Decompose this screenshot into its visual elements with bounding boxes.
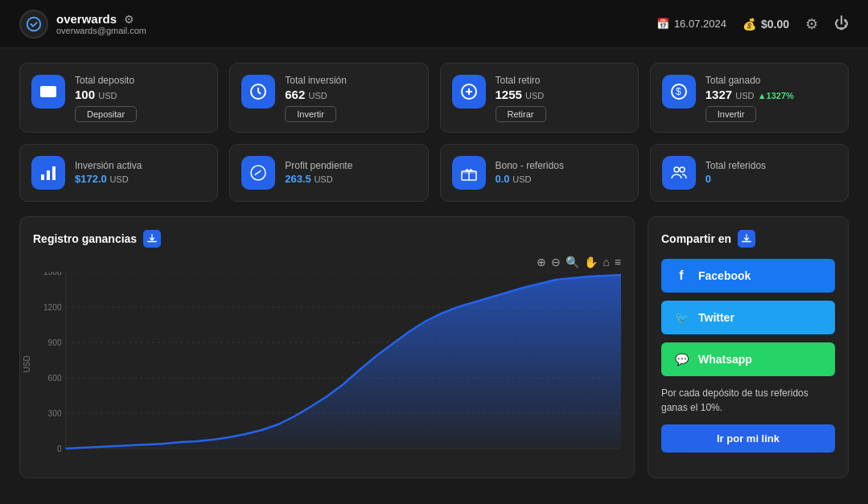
header-date: 📅 16.07.2024 (656, 18, 726, 30)
pan-icon[interactable]: ✋ (584, 256, 598, 268)
header-left: overwards ⚙ overwards@gmail.com (19, 10, 146, 39)
stat-card-inversion: Total inversión 662 USD Invertir (229, 63, 428, 133)
whatsapp-share-button[interactable]: 💬 Whatsapp (661, 342, 835, 376)
zoom-out-icon[interactable]: ⊖ (551, 256, 561, 268)
chart-icon (31, 156, 65, 190)
stat-value-inversion-activa: $172.0 USD (75, 173, 142, 185)
svg-text:600: 600 (48, 374, 62, 383)
svg-text:1500: 1500 (43, 272, 62, 277)
svg-point-12 (674, 167, 679, 172)
menu-icon[interactable]: ≡ (615, 256, 621, 268)
svg-rect-6 (41, 174, 44, 180)
stat-label-inversion: Total inversión (285, 75, 416, 86)
header-username: overwards (56, 12, 117, 26)
svg-text:0: 0 (57, 445, 62, 453)
chart-download-icon[interactable] (143, 230, 161, 248)
settings-button[interactable]: ⚙ (805, 15, 818, 33)
main-content: Total deposito 100 USD Depositar Total i… (0, 48, 868, 493)
stat-body-deposito: Total deposito 100 USD Depositar (75, 75, 206, 122)
chart-toolbar: ⊕ ⊖ 🔍 ✋ ⌂ ≡ (33, 256, 621, 268)
header-email: overwards@gmail.com (56, 26, 146, 35)
twitter-icon: 🐦 (673, 309, 690, 326)
share-card: Compartir en f Facebook 🐦 Twitter 💬 What… (648, 216, 849, 478)
stat-value-bono: 0.0 USD (496, 173, 564, 185)
header: overwards ⚙ overwards@gmail.com 📅 16.07.… (0, 0, 868, 48)
invest-icon (241, 75, 275, 109)
stat-label-inversion-activa: Inversión activa (75, 160, 142, 171)
balance-icon: 💰 (743, 18, 756, 31)
header-user-info: overwards ⚙ overwards@gmail.com (56, 12, 146, 35)
stat-value-referidos: 0 (706, 173, 766, 185)
chart-card: Registro ganancias ⊕ ⊖ 🔍 ✋ ⌂ ≡ USD (19, 216, 635, 478)
chart-title: Registro ganancias (33, 232, 137, 245)
zoom-reset-icon[interactable]: 🔍 (566, 256, 579, 268)
y-axis-label: USD (23, 355, 31, 372)
facebook-icon: f (673, 267, 690, 285)
gift-icon (452, 156, 486, 190)
logo-icon (19, 10, 48, 39)
retirar-button[interactable]: Retirar (496, 106, 546, 122)
stat-card-inversion-activa: Inversión activa $172.0 USD (19, 144, 218, 202)
facebook-share-button[interactable]: f Facebook (661, 259, 835, 293)
svg-text:$: $ (676, 86, 681, 97)
twitter-share-button[interactable]: 🐦 Twitter (661, 301, 835, 334)
stat-body-ganado: Total ganado 1327 USD ▲1327% Invertir (706, 75, 837, 122)
dollar-icon: $ (662, 75, 696, 109)
stat-value-inversion: 662 USD (285, 88, 416, 101)
svg-text:300: 300 (48, 409, 62, 418)
bottom-section: Registro ganancias ⊕ ⊖ 🔍 ✋ ⌂ ≡ USD (19, 216, 849, 478)
stats-row-2: Inversión activa $172.0 USD Profit pendi… (19, 144, 849, 202)
depositar-button[interactable]: Depositar (75, 106, 137, 122)
chart-area: USD 1500 1200 900 600 300 0 (33, 272, 621, 465)
stats-row-1: Total deposito 100 USD Depositar Total i… (19, 63, 849, 133)
share-download-icon[interactable] (738, 230, 755, 248)
calendar-icon: 📅 (656, 18, 669, 30)
share-description: Por cada depósito de tus referidos ganas… (661, 386, 835, 415)
stat-card-referidos: Total referidos 0 (650, 144, 849, 202)
home-icon[interactable]: ⌂ (603, 256, 609, 268)
svg-rect-7 (47, 170, 50, 180)
stat-body-bono: Bono - referidos 0.0 USD (496, 160, 564, 186)
users-icon (662, 156, 696, 190)
stat-body-retiro: Total retiro 1255 USD Retirar (496, 75, 627, 122)
stat-body-referidos: Total referidos 0 (706, 160, 766, 186)
withdraw-icon (452, 75, 486, 109)
svg-point-13 (680, 167, 685, 172)
stat-label-retiro: Total retiro (496, 75, 627, 86)
stat-value-retiro: 1255 USD (496, 88, 627, 101)
header-right: 📅 16.07.2024 💰 $0.00 ⚙ ⏻ (656, 15, 849, 33)
stat-value-deposito: 100 USD (75, 88, 206, 101)
stat-label-bono: Bono - referidos (496, 160, 564, 171)
stat-badge-ganado: ▲1327% (758, 91, 794, 100)
svg-text:1200: 1200 (43, 303, 62, 312)
stat-body-profit: Profit pendiente 263.5 USD (285, 160, 352, 186)
invertir-button-1[interactable]: Invertir (285, 106, 336, 122)
whatsapp-icon: 💬 (673, 350, 690, 368)
stat-card-retiro: Total retiro 1255 USD Retirar (440, 63, 639, 133)
stat-label-profit: Profit pendiente (285, 160, 352, 171)
stat-card-bono: Bono - referidos 0.0 USD (440, 144, 639, 202)
svg-text:900: 900 (48, 338, 62, 347)
deposit-icon (31, 75, 65, 109)
stat-body-inversion: Total inversión 662 USD Invertir (285, 75, 416, 122)
profit-icon (241, 156, 275, 190)
svg-point-0 (27, 17, 41, 31)
svg-rect-8 (52, 166, 56, 180)
invertir-button-2[interactable]: Invertir (706, 106, 757, 122)
zoom-in-icon[interactable]: ⊕ (537, 256, 546, 268)
stat-body-inversion-activa: Inversión activa $172.0 USD (75, 160, 142, 186)
logout-button[interactable]: ⏻ (834, 15, 849, 32)
share-link-button[interactable]: Ir por mi link (661, 424, 835, 453)
stat-value-profit: 263.5 USD (285, 173, 352, 185)
stat-label-referidos: Total referidos (706, 160, 766, 171)
svg-rect-1 (40, 86, 56, 97)
header-balance: 💰 $0.00 (743, 18, 789, 31)
stat-value-ganado: 1327 USD ▲1327% (706, 88, 837, 101)
share-title: Compartir en (661, 232, 731, 245)
chart-header: Registro ganancias (33, 230, 621, 248)
header-settings-icon[interactable]: ⚙ (124, 13, 134, 26)
stat-card-deposito: Total deposito 100 USD Depositar (19, 63, 218, 133)
stat-card-profit: Profit pendiente 263.5 USD (229, 144, 428, 202)
stat-label-ganado: Total ganado (706, 75, 837, 86)
share-header: Compartir en (661, 230, 835, 248)
